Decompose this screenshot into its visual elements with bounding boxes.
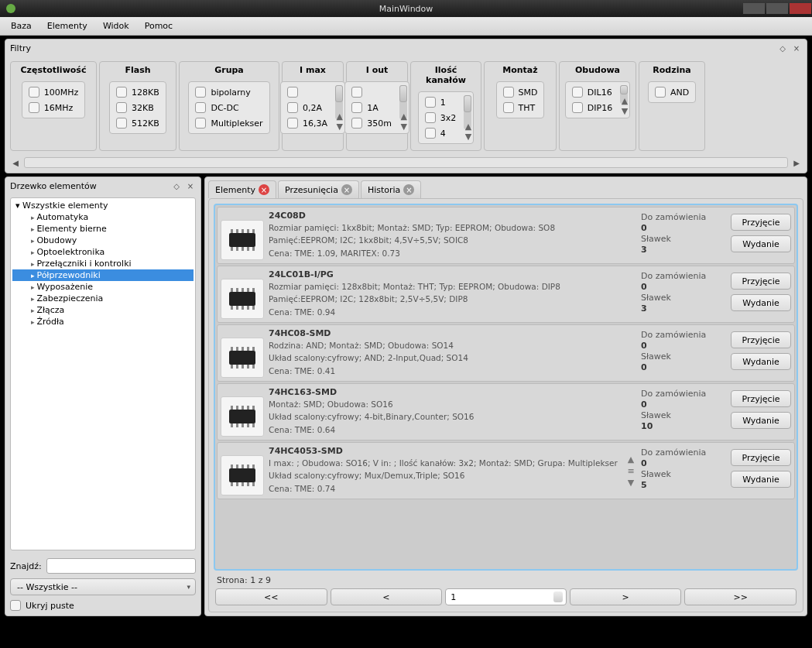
menu-pomoc[interactable]: Pomoc — [137, 19, 180, 33]
checkbox[interactable] — [287, 102, 298, 113]
filter-option[interactable] — [284, 87, 331, 98]
filter-option[interactable]: 0,2A — [284, 102, 331, 113]
checkbox[interactable] — [116, 118, 127, 129]
filter-option[interactable]: 512KB — [113, 118, 163, 129]
menu-widok[interactable]: Widok — [95, 19, 137, 33]
tree-item[interactable]: Źródła — [12, 316, 194, 327]
minimize-button[interactable] — [743, 3, 765, 14]
przyjęcie-button[interactable]: Przyjęcie — [731, 331, 791, 348]
filter-option[interactable]: THT — [500, 102, 541, 113]
tab-close-icon[interactable]: × — [403, 184, 414, 195]
search-input[interactable] — [46, 558, 196, 574]
pager-next[interactable]: > — [570, 588, 682, 605]
checkbox[interactable] — [425, 128, 436, 139]
pager-last[interactable]: >> — [684, 588, 797, 605]
checkbox[interactable] — [116, 87, 127, 98]
pager-first[interactable]: << — [215, 588, 327, 605]
filter-option[interactable]: 4 — [422, 128, 460, 139]
tree-item[interactable]: Elementy bierne — [12, 223, 194, 235]
filters-close-icon[interactable]: × — [791, 43, 802, 53]
items-list[interactable]: 24C08DRozmiar pamięci: 1kx8bit; Montaż: … — [214, 204, 798, 571]
checkbox[interactable] — [572, 87, 583, 98]
tab[interactable]: Historia× — [361, 180, 421, 198]
tree-view[interactable]: ▾ Wszystkie elementyAutomatykaElementy b… — [10, 197, 196, 550]
tab-close-icon[interactable]: × — [259, 184, 269, 195]
filters-scrollbar[interactable] — [24, 157, 788, 168]
przyjęcie-button[interactable]: Przyjęcie — [731, 273, 791, 290]
pager-page-input[interactable]: 1 — [445, 588, 567, 605]
checkbox[interactable] — [195, 87, 206, 98]
wydanie-button[interactable]: Wydanie — [731, 294, 791, 311]
wydanie-button[interactable]: Wydanie — [731, 235, 791, 252]
checkbox[interactable] — [503, 102, 514, 113]
scroll-arrows[interactable]: ▲▼ — [622, 96, 628, 116]
filter-option[interactable]: 32KB — [113, 102, 163, 113]
item-scroll-arrows[interactable]: ▲≡▼ — [625, 446, 636, 495]
menu-elementy[interactable]: Elementy — [39, 19, 95, 33]
tree-item[interactable]: Zabezpieczenia — [12, 293, 194, 304]
filter-option[interactable]: 16MHz — [26, 102, 82, 113]
close-button[interactable] — [790, 3, 811, 14]
checkbox[interactable] — [503, 87, 514, 98]
przyjęcie-button[interactable]: Przyjęcie — [731, 214, 791, 231]
scroll-arrows[interactable]: ▲▼ — [400, 111, 406, 132]
filter-option[interactable]: 3x2 — [422, 112, 460, 123]
checkbox[interactable] — [29, 102, 39, 113]
wydanie-button[interactable]: Wydanie — [731, 471, 791, 488]
przyjęcie-button[interactable]: Przyjęcie — [731, 390, 791, 407]
scroll-arrows[interactable]: ▲▼ — [465, 122, 471, 142]
checkbox[interactable] — [425, 97, 436, 108]
checkbox[interactable] — [195, 118, 206, 129]
filter-option[interactable]: DIP16 — [569, 102, 615, 113]
filter-option[interactable] — [348, 87, 395, 98]
filter-option[interactable]: 350m — [348, 118, 395, 129]
filter-option[interactable]: SMD — [500, 87, 541, 98]
tree-item[interactable]: Złącza — [12, 304, 194, 316]
filters-scroll-left-icon[interactable]: ◀ — [10, 157, 21, 168]
tree-item[interactable]: Wyposażenie — [12, 281, 194, 293]
wydanie-button[interactable]: Wydanie — [731, 412, 791, 429]
tab[interactable]: Elementy× — [208, 180, 276, 198]
filter-combo[interactable]: -- Wszystkie -- — [10, 578, 196, 595]
filter-option[interactable]: DIL16 — [569, 87, 615, 98]
filter-option[interactable]: 1A — [348, 102, 395, 113]
filter-option[interactable]: bipolarny — [192, 87, 266, 98]
filters-scroll-right-icon[interactable]: ▶ — [791, 157, 802, 168]
filter-option[interactable]: 16,3A — [284, 118, 331, 129]
checkbox[interactable] — [425, 112, 436, 123]
filter-option[interactable]: Multiplekser — [192, 118, 266, 129]
tree-item[interactable]: Automatyka — [12, 211, 194, 223]
tab[interactable]: Przesunięcia× — [278, 180, 359, 198]
wydanie-button[interactable]: Wydanie — [731, 353, 791, 370]
filter-option[interactable]: 128KB — [113, 87, 163, 98]
checkbox[interactable] — [287, 118, 298, 129]
checkbox[interactable] — [287, 87, 298, 98]
filter-option[interactable]: AND — [652, 87, 692, 98]
checkbox[interactable] — [351, 102, 362, 113]
checkbox[interactable] — [195, 102, 206, 113]
checkbox[interactable] — [572, 102, 583, 113]
filter-option[interactable]: 100MHz — [26, 87, 82, 98]
tree-item[interactable]: Obudowy — [12, 235, 194, 246]
tab-close-icon[interactable]: × — [341, 184, 352, 195]
filters-detach-icon[interactable]: ◇ — [777, 43, 788, 53]
hide-empty-checkbox[interactable] — [10, 600, 21, 611]
pager-prev[interactable]: < — [331, 588, 443, 605]
checkbox[interactable] — [655, 87, 666, 98]
tree-close-icon[interactable]: × — [185, 180, 196, 191]
filter-option[interactable]: 1 — [422, 97, 460, 108]
filter-option[interactable]: DC-DC — [192, 102, 266, 113]
tree-item[interactable]: Półprzewodniki — [12, 269, 194, 281]
przyjęcie-button[interactable]: Przyjęcie — [731, 449, 791, 466]
checkbox[interactable] — [351, 118, 362, 129]
checkbox[interactable] — [29, 87, 39, 98]
scroll-arrows[interactable]: ▲▼ — [337, 111, 343, 132]
maximize-button[interactable] — [766, 3, 788, 14]
tree-item[interactable]: Optoelektronika — [12, 246, 194, 258]
tree-root[interactable]: ▾ Wszystkie elementy — [12, 200, 194, 211]
tree-detach-icon[interactable]: ◇ — [171, 180, 182, 191]
menu-baza[interactable]: Baza — [3, 19, 39, 33]
tree-item[interactable]: Przełączniki i kontrolki — [12, 258, 194, 269]
checkbox[interactable] — [116, 102, 127, 113]
checkbox[interactable] — [351, 87, 362, 98]
